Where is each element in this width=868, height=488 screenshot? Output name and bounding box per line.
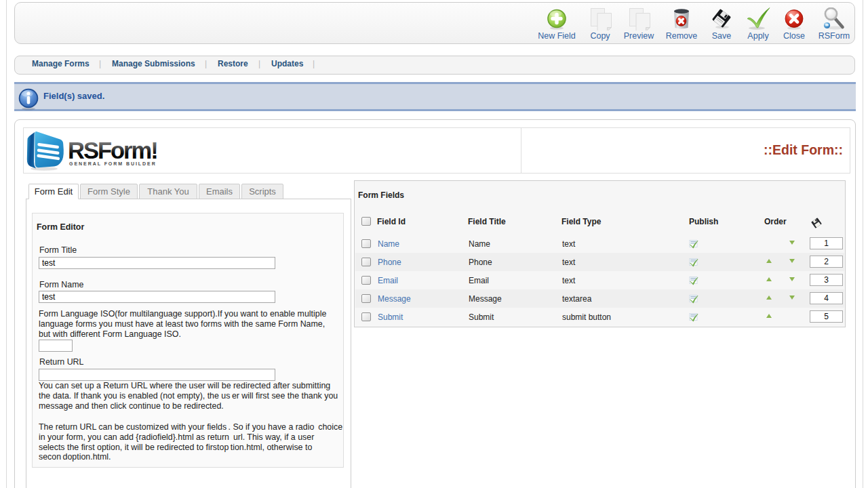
svg-text:GENERAL FORM BUILDER: GENERAL FORM BUILDER <box>69 161 157 166</box>
svg-text:RSForm!: RSForm! <box>68 138 157 163</box>
